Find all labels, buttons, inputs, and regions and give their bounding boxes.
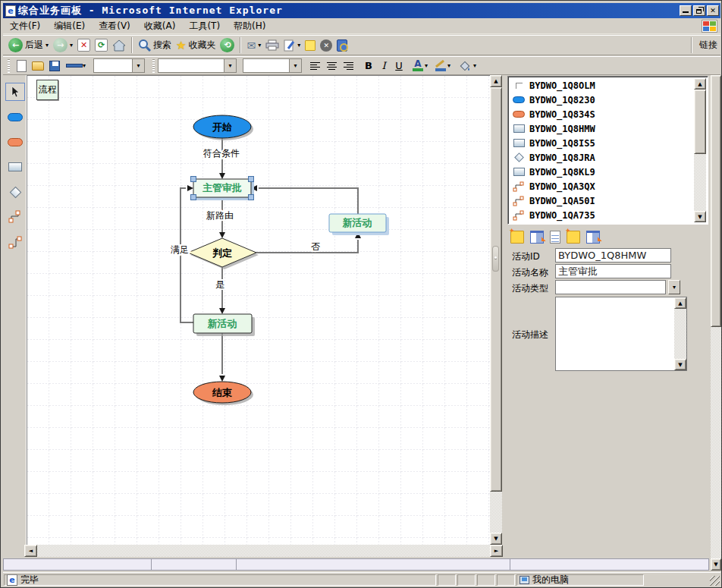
new-item-icon[interactable]	[567, 231, 580, 244]
scroll-down-button[interactable]: ▼	[711, 558, 721, 571]
combo-dropdown-icon[interactable]: ▾	[224, 59, 236, 72]
list-item[interactable]: BYDWO_1QA50I	[510, 193, 706, 208]
new-activity-icon[interactable]	[510, 231, 524, 244]
combo-dropdown-icon[interactable]: ▾	[132, 59, 144, 72]
open-button[interactable]	[30, 58, 46, 74]
search-button[interactable]: 搜索	[136, 38, 174, 52]
document-icon[interactable]	[550, 231, 560, 244]
scroll-left-button[interactable]: ◄	[24, 545, 37, 557]
line-color-dropdown-icon[interactable]: ▾	[447, 62, 450, 69]
mail-dropdown-icon[interactable]: ▾	[258, 42, 261, 49]
canvas-vscrollbar[interactable]: ▲ ▼	[490, 75, 503, 545]
history-button[interactable]: ⟲	[218, 37, 237, 53]
align-center-button[interactable]	[323, 58, 340, 74]
refresh-button[interactable]: ⟳	[93, 38, 110, 52]
print-button[interactable]	[263, 39, 281, 52]
save-table-icon[interactable]	[530, 231, 544, 244]
connector-tool-1[interactable]	[5, 208, 25, 226]
combo-dropdown-icon[interactable]: ▾	[289, 59, 301, 72]
scroll-down-button[interactable]: ▼	[674, 359, 686, 370]
title-bar[interactable]: e 综合业务画板 - Microsoft Internet Explorer ✕	[3, 3, 720, 18]
node-approve[interactable]: 主管审批	[191, 177, 255, 201]
page-scroll-thumb[interactable]	[711, 75, 721, 327]
close-button[interactable]: ✕	[707, 5, 719, 16]
connector-tool-2[interactable]	[5, 233, 25, 251]
activity-shape-tool[interactable]	[5, 158, 25, 176]
node-activity-right[interactable]: 新活动	[329, 214, 389, 235]
research-button[interactable]	[334, 39, 350, 52]
decision-shape-tool[interactable]	[5, 183, 25, 201]
scroll-up-button[interactable]: ▲	[694, 78, 706, 90]
activity-id-input[interactable]	[555, 248, 671, 263]
font-color-button[interactable]: A	[411, 60, 425, 71]
vscroll-thumb[interactable]	[490, 87, 502, 492]
edit-dropdown-icon[interactable]: ▾	[297, 42, 300, 49]
restore-button[interactable]	[693, 5, 705, 16]
align-right-button[interactable]	[340, 58, 356, 74]
list-item[interactable]: BYDWO_1Q8HMW	[510, 121, 706, 136]
node-activity-bottom[interactable]: 新活动	[193, 314, 255, 336]
menu-help[interactable]: 帮助(H)	[227, 18, 272, 34]
messenger-button[interactable]: ✕	[318, 39, 334, 52]
forward-button[interactable]: → ▾	[51, 37, 75, 53]
mail-button[interactable]: ✉ ▾	[244, 39, 263, 52]
activity-name-input[interactable]	[555, 264, 671, 278]
list-item[interactable]: BYDWO_1QA3QX	[510, 179, 706, 193]
list-scrollbar[interactable]: ▲ ▼	[694, 78, 706, 222]
page-vscrollbar[interactable]: ▼	[711, 75, 721, 571]
list-scroll-thumb[interactable]	[694, 90, 706, 154]
activity-type-combo[interactable]	[555, 280, 666, 294]
discuss-note-button[interactable]	[303, 39, 318, 52]
list-item[interactable]: BYDWO_1Q8230	[510, 93, 706, 107]
diagram-canvas[interactable]: 流程	[27, 75, 490, 545]
desc-scrollbar[interactable]: ▲ ▼	[674, 297, 686, 370]
scroll-down-button[interactable]: ▼	[694, 211, 706, 222]
bold-button[interactable]: B	[361, 60, 376, 71]
resize-grip[interactable]	[710, 576, 720, 586]
favorites-button[interactable]: ★ 收藏夹	[174, 38, 218, 53]
splitter-grip[interactable]	[492, 246, 499, 272]
line-width-dropdown-icon[interactable]: ▾	[83, 62, 86, 69]
pointer-tool-button[interactable]	[5, 83, 25, 101]
shape-style-combo[interactable]: ▾	[93, 58, 145, 73]
toolbar-grip[interactable]	[8, 59, 10, 73]
back-dropdown-icon[interactable]: ▾	[46, 42, 49, 49]
font-color-dropdown-icon[interactable]: ▾	[425, 62, 428, 69]
scroll-up-button[interactable]: ▲	[490, 75, 502, 87]
menu-favorites[interactable]: 收藏(A)	[137, 18, 183, 34]
save-button[interactable]	[46, 58, 63, 74]
links-label[interactable]: 链接	[699, 39, 717, 52]
list-item[interactable]: BYDWO_1QA735	[510, 208, 706, 222]
stop-button[interactable]: ✕	[75, 38, 93, 52]
forward-dropdown-icon[interactable]: ▾	[70, 42, 73, 49]
line-width-button[interactable]: ▾	[63, 58, 89, 74]
scroll-up-button[interactable]: ▲	[674, 297, 686, 309]
menu-edit[interactable]: 编辑(E)	[47, 18, 92, 34]
list-item[interactable]: BYDWO_1Q8IS5	[510, 136, 706, 150]
underline-button[interactable]: U	[391, 60, 407, 71]
activity-type-dropdown-button[interactable]: ▾	[668, 280, 680, 294]
font-size-combo[interactable]: ▾	[243, 58, 302, 73]
menu-file[interactable]: 文件(F)	[3, 18, 47, 34]
process-tab[interactable]: 流程	[36, 80, 58, 100]
font-family-combo[interactable]: ▾	[158, 58, 237, 73]
list-item[interactable]: BYDWO_1Q8KL9	[510, 165, 706, 179]
align-left-button[interactable]	[306, 58, 323, 74]
italic-button[interactable]: I	[376, 60, 391, 71]
line-color-button[interactable]	[434, 60, 447, 71]
fill-color-dropdown-icon[interactable]: ▾	[473, 62, 476, 69]
fill-color-button[interactable]	[457, 58, 473, 74]
canvas-hscrollbar[interactable]: ◄ ►	[24, 545, 503, 557]
scroll-right-button[interactable]: ►	[490, 545, 503, 557]
menu-tools[interactable]: 工具(T)	[182, 18, 227, 34]
list-item[interactable]: BYDWO_1Q8JRA	[510, 150, 706, 165]
start-shape-tool[interactable]	[5, 108, 25, 126]
save-item-icon[interactable]	[586, 231, 600, 244]
toolbar-grip[interactable]	[152, 59, 155, 73]
element-list[interactable]: BYDWO_1Q8OLM BYDWO_1Q8230 BYDWO_1Q834S B…	[507, 76, 708, 225]
end-shape-tool[interactable]	[5, 133, 25, 151]
home-button[interactable]	[110, 39, 128, 52]
list-item[interactable]: BYDWO_1Q8OLM	[510, 78, 706, 93]
menu-view[interactable]: 查看(V)	[92, 18, 137, 34]
back-button[interactable]: ← 后退 ▾	[6, 37, 51, 53]
